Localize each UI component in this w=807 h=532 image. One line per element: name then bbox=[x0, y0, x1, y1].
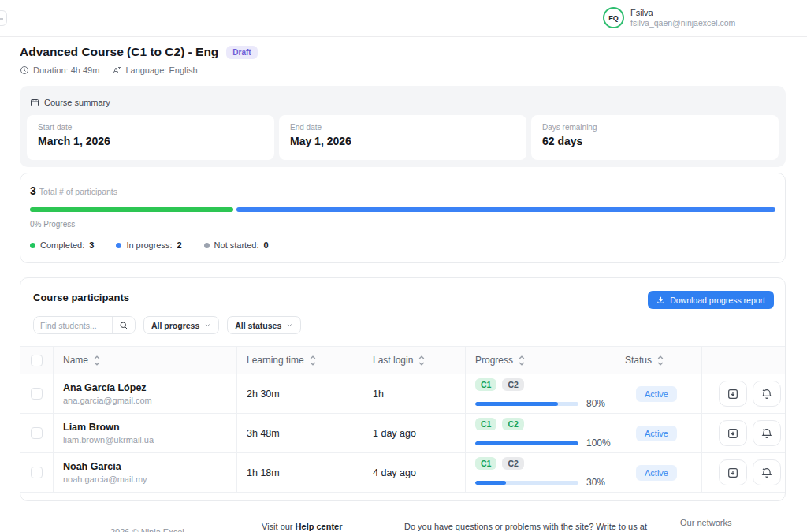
chevron-down-icon bbox=[286, 322, 293, 329]
bell-icon bbox=[761, 388, 773, 400]
student-name: Ana García López bbox=[63, 382, 236, 393]
student-search[interactable] bbox=[33, 316, 136, 334]
end-date-card: End date May 1, 2026 bbox=[279, 115, 526, 160]
end-date-label: End date bbox=[290, 123, 515, 132]
user-name: Fsilva bbox=[630, 8, 735, 18]
export-student-report-button[interactable] bbox=[719, 459, 747, 485]
status-badge: Active bbox=[636, 465, 677, 481]
sort-icon[interactable] bbox=[519, 355, 525, 366]
table-row: Liam Brown liam.brown@ukrmail.ua 3h 48m … bbox=[20, 414, 785, 453]
status-filter-dropdown[interactable]: All statuses bbox=[227, 316, 301, 334]
status-badge: Active bbox=[636, 386, 677, 402]
sort-icon[interactable] bbox=[310, 355, 316, 366]
participants-table: Name Learning time Last login Progress S… bbox=[20, 346, 785, 493]
progress-percent: 30% bbox=[586, 477, 605, 488]
legend-in-progress: In progress: 2 bbox=[116, 240, 181, 250]
table-header-row: Name Learning time Last login Progress S… bbox=[20, 346, 785, 374]
table-row: Noah Garcia noah.garcia@mail.my 1h 18m 4… bbox=[20, 453, 785, 493]
course-duration: Duration: 4h 49m bbox=[20, 65, 99, 75]
sort-icon[interactable] bbox=[418, 355, 425, 366]
help-prefix: Visit our bbox=[262, 522, 296, 531]
level-badge: C2 bbox=[502, 418, 523, 430]
course-participants-panel: Course participants Download progress re… bbox=[20, 277, 786, 501]
row-checkbox[interactable] bbox=[31, 467, 43, 478]
top-bar: FQ Fsilva fsilva_qaen@ninjaexcel.com bbox=[0, 0, 807, 37]
select-all-checkbox[interactable] bbox=[31, 355, 43, 366]
start-date-card: Start date March 1, 2026 bbox=[27, 115, 274, 160]
calendar-icon bbox=[30, 98, 39, 107]
download-progress-report-button[interactable]: Download progress report bbox=[648, 291, 774, 309]
column-header-last-login[interactable]: Last login bbox=[363, 347, 466, 374]
file-download-icon bbox=[727, 427, 739, 440]
progress-overview-panel: 3Total # of participants 0% Progress Com… bbox=[20, 173, 786, 263]
level-badge: C1 bbox=[475, 418, 496, 430]
student-email: noah.garcia@mail.my bbox=[63, 474, 236, 484]
completed-segment bbox=[30, 207, 233, 212]
not-started-dot bbox=[204, 243, 210, 248]
table-row: Ana García López ana.garcia@gmail.com 2h… bbox=[20, 374, 785, 414]
progress-legend: Completed: 3 In progress: 2 Not started:… bbox=[30, 240, 775, 250]
notification-bell-button[interactable] bbox=[753, 381, 781, 407]
export-student-report-button[interactable] bbox=[719, 420, 747, 446]
progress-percent: 100% bbox=[586, 437, 611, 448]
bell-icon bbox=[761, 427, 773, 440]
column-header-progress[interactable]: Progress bbox=[466, 347, 615, 374]
start-date-value: March 1, 2026 bbox=[38, 135, 263, 147]
column-header-name[interactable]: Name bbox=[54, 347, 237, 374]
progress-filter-dropdown[interactable]: All progress bbox=[143, 316, 219, 334]
summary-title: Course summary bbox=[44, 98, 110, 107]
learning-time: 1h 18m bbox=[247, 467, 363, 478]
total-participants: 3Total # of participants bbox=[30, 184, 775, 197]
avatar[interactable]: FQ bbox=[603, 7, 624, 28]
row-checkbox[interactable] bbox=[31, 427, 43, 439]
status-badge: Active bbox=[636, 426, 677, 441]
end-date-value: May 1, 2026 bbox=[290, 135, 515, 147]
sort-icon[interactable] bbox=[657, 355, 664, 366]
column-header-actions bbox=[702, 347, 785, 374]
completed-dot bbox=[30, 243, 35, 248]
overall-progress-bar bbox=[30, 207, 775, 212]
sort-icon[interactable] bbox=[94, 355, 100, 366]
level-badge: C2 bbox=[502, 378, 523, 391]
student-name: Liam Brown bbox=[63, 422, 236, 433]
progress-percent: 80% bbox=[586, 398, 605, 409]
student-progress-bar bbox=[475, 481, 578, 485]
in-progress-segment bbox=[236, 207, 775, 212]
file-download-icon bbox=[727, 467, 739, 479]
notification-bell-button[interactable] bbox=[753, 459, 781, 485]
legend-completed: Completed: 3 bbox=[30, 240, 94, 250]
user-menu[interactable]: FQ Fsilva fsilva_qaen@ninjaexcel.com bbox=[603, 7, 735, 28]
start-date-label: Start date bbox=[38, 123, 263, 132]
help-center-link[interactable]: Help center bbox=[296, 522, 343, 531]
export-student-report-button[interactable] bbox=[719, 381, 747, 407]
student-email: ana.garcia@gmail.com bbox=[63, 396, 236, 405]
support-text: Do you have questions or problems with t… bbox=[404, 521, 647, 532]
level-badge: C2 bbox=[502, 457, 523, 470]
sidebar-toggle-button[interactable] bbox=[0, 10, 7, 26]
last-login: 4 day ago bbox=[373, 467, 465, 478]
file-download-icon bbox=[727, 388, 739, 400]
last-login: 1h bbox=[373, 389, 465, 400]
page-title: Advanced Course (C1 to C2) - Eng bbox=[20, 45, 218, 59]
column-header-learning-time[interactable]: Learning time bbox=[237, 347, 363, 374]
notification-bell-button[interactable] bbox=[753, 420, 781, 446]
search-button[interactable] bbox=[112, 317, 135, 333]
search-input[interactable] bbox=[34, 317, 112, 333]
legend-not-started: Not started: 0 bbox=[204, 240, 269, 250]
user-email: fsilva_qaen@ninjaexcel.com bbox=[630, 18, 735, 28]
networks-label: Our networks bbox=[680, 518, 731, 527]
row-checkbox[interactable] bbox=[31, 388, 43, 400]
search-icon bbox=[119, 321, 128, 330]
copyright: 2026 © Ninja Excel bbox=[110, 527, 184, 532]
download-icon bbox=[656, 296, 665, 304]
clock-icon bbox=[20, 65, 29, 75]
course-summary-panel: Course summary Start date March 1, 2026 … bbox=[20, 86, 786, 167]
learning-time: 2h 30m bbox=[247, 389, 363, 400]
column-header-status[interactable]: Status bbox=[615, 347, 702, 374]
student-name: Noah Garcia bbox=[63, 461, 236, 472]
footer: 2026 © Ninja Excel Visit our Help center… bbox=[20, 511, 786, 532]
overall-progress-label: 0% Progress bbox=[30, 220, 775, 229]
days-remaining-card: Days remaining 62 days bbox=[531, 115, 779, 160]
language-icon bbox=[112, 65, 121, 75]
chevron-down-icon bbox=[204, 322, 211, 329]
